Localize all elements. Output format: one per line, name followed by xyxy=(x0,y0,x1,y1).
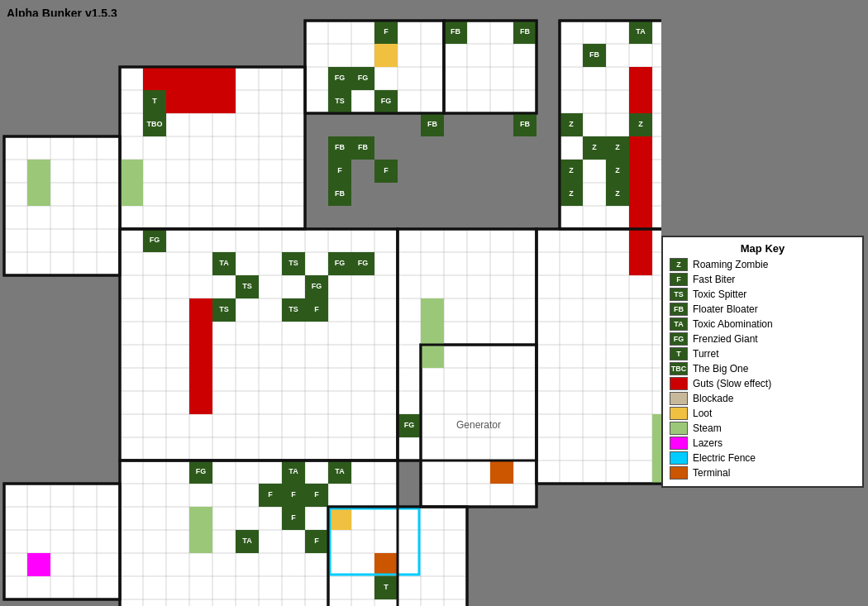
key-row: TBCThe Big One xyxy=(670,362,856,375)
key-row: ZRoaming Zombie xyxy=(670,258,856,271)
key-row: TTurret xyxy=(670,347,856,360)
map-key: Map Key ZRoaming ZombieFFast BiterTSToxi… xyxy=(661,236,864,488)
key-row: Blockade xyxy=(670,392,856,405)
key-row: FGFrenzied Giant xyxy=(670,332,856,346)
map-key-title: Map Key xyxy=(670,242,856,255)
key-row: FFast Biter xyxy=(670,273,856,286)
key-row: FBFloater Bloater xyxy=(670,303,856,316)
key-row: Lazers xyxy=(670,437,856,450)
key-row: Electric Fence xyxy=(670,451,856,465)
key-row: TAToxic Abomination xyxy=(670,317,856,331)
key-row: Steam xyxy=(670,422,856,435)
key-row: Guts (Slow effect) xyxy=(670,377,856,390)
key-row: Terminal xyxy=(670,466,856,480)
key-row: Loot xyxy=(670,407,856,420)
key-row: TSToxic Spitter xyxy=(670,288,856,301)
